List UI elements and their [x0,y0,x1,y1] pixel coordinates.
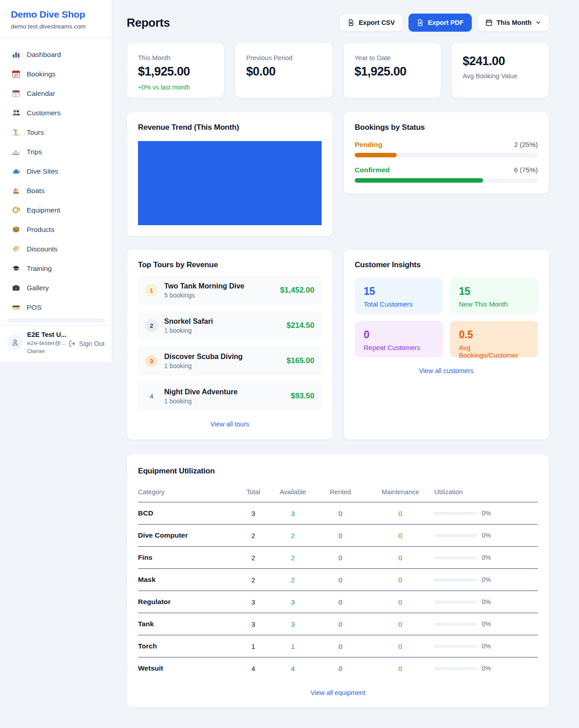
tour-revenue: $214.50 [287,321,314,330]
sidebar-item-gallery[interactable]: Gallery [5,278,106,298]
top-tours-panel: Top Tours by Revenue 1 Two Tank Morning … [127,249,333,440]
sidebar-item-label: Bookings [27,70,56,78]
stat-label: Previous Period [246,54,321,61]
sidebar-item-boats[interactable]: Boats [5,181,106,200]
status-label: Pending [355,141,382,149]
utilization-cell: 0% [434,510,538,517]
export-csv-button[interactable]: Export CSV [339,14,403,32]
camera-icon [12,284,20,292]
sidebar-item-equipment[interactable]: Equipment [5,200,106,220]
insight-value: 0.5 [459,329,529,341]
insight-label: Repeat Customers [364,344,434,351]
sidebar-item-products[interactable]: Products [5,220,106,239]
insight-label: New This Month [459,300,529,308]
sidebar-item-discounts[interactable]: Discounts [5,239,106,259]
utilization-cell: 0% [434,620,538,628]
sidebar-item-tours[interactable]: Tours [5,123,106,142]
cell-available: 4 [271,657,314,680]
sidebar: Demo Dive Shop demo.test.divestreams.com… [0,0,112,362]
main-content: Reports Export CSV Export PDF This Month… [127,0,549,708]
file-download-icon [347,19,355,26]
cell-category: Wetsuit [138,657,235,680]
revenue-trend-title: Revenue Trend (This Month) [138,123,322,132]
cell-category: Mask [138,569,235,591]
cell-category: Fins [138,547,235,569]
utilization-bar-track [434,645,477,648]
cell-available: 3 [271,613,314,635]
column-header-total: Total [235,483,271,502]
stat-card-previous-period: Previous Period $0.00 [235,43,332,98]
sidebar-item-training[interactable]: Training [5,259,106,278]
tear-off-calendar-icon [12,89,20,98]
column-header-utilization: Utilization [434,483,538,502]
sign-out-button[interactable]: Sign Out [69,340,104,347]
rank-badge: 3 [145,355,158,367]
stat-value: $1,925.00 [138,65,213,79]
tour-row: 3 Discover Scuba Diving 1 booking $165.0… [138,346,322,375]
table-row: Dive Computer22000% [138,525,538,547]
insight-value: 15 [459,285,529,298]
utilization-percent: 0% [482,665,491,672]
rank-badge: 4 [145,390,158,402]
insight-label: Avg Bookings/Customer [459,344,529,359]
utilization-percent: 0% [482,598,491,605]
cell-category: Tank [138,613,235,635]
export-pdf-button[interactable]: Export PDF [408,14,472,32]
utilization-percent: 0% [482,643,491,650]
sidebar-item-reports-partial[interactable] [6,318,105,322]
stat-value: $0.00 [246,65,321,79]
credit-card-icon [12,303,20,312]
tour-name: Night Dive Adventure [164,388,285,396]
cell-category: Regulator [138,591,235,613]
table-row: BCD33000% [138,502,538,525]
cell-category: BCD [138,502,235,525]
sidebar-item-pos[interactable]: POS [5,298,106,317]
sidebar-item-label: POS [27,303,42,312]
sign-out-label: Sign Out [79,340,104,347]
utilization-percent: 0% [482,510,491,517]
sidebar-item-dashboard[interactable]: Dashboard [5,45,106,64]
cell-total: 1 [235,635,271,657]
insight-tile-avg-bookings: 0.5 Avg Bookings/Customer [450,321,538,357]
view-all-tours-link[interactable]: View all tours [138,421,322,428]
sidebar-item-label: Trips [27,148,42,156]
bookings-by-status-panel: Bookings by Status Pending 2 (25%) Confi… [343,112,549,194]
cell-available: 2 [271,547,314,569]
avatar [7,335,23,350]
cell-rented: 0 [314,613,366,635]
sidebar-item-calendar[interactable]: Calendar [5,84,106,103]
cell-available: 3 [271,591,314,613]
tour-name: Snorkel Safari [164,317,280,326]
cell-rented: 0 [314,657,366,680]
sidebar-item-dive-sites[interactable]: Dive Sites [5,161,106,181]
sidebar-item-trips[interactable]: Trips [5,142,106,161]
table-row: Torch11000% [138,635,538,657]
insight-tile-new-this-month: 15 New This Month [450,278,538,314]
sidebar-item-bookings[interactable]: 17 Bookings [5,64,106,84]
svg-text:17: 17 [14,73,18,77]
sidebar-item-customers[interactable]: Customers [5,103,106,123]
export-csv-label: Export CSV [359,19,395,26]
charts-row: Revenue Trend (This Month) Bookings by S… [127,112,549,236]
utilization-bar-track [434,578,477,581]
table-row: Wetsuit44000% [138,657,538,680]
cell-available: 2 [271,569,314,591]
tour-row: 1 Two Tank Morning Dive 5 bookings $1,45… [138,276,322,305]
status-bar-track [355,178,538,183]
utilization-bar-track [434,623,477,626]
utilization-bar-track [434,534,477,537]
view-all-equipment-link[interactable]: View all equipment [138,689,538,696]
status-count: 6 (75%) [514,166,538,174]
cell-available: 3 [271,502,314,525]
view-all-customers-link[interactable]: View all customers [355,367,538,374]
cell-maintenance: 0 [366,547,434,569]
cell-total: 3 [235,502,271,525]
period-dropdown[interactable]: This Month [477,14,549,32]
stat-label: This Month [138,54,213,61]
cell-maintenance: 0 [366,657,434,680]
user-name: E2E Test U... [27,331,64,338]
table-row: Fins22000% [138,547,538,569]
cell-available: 2 [271,525,314,547]
sailboat-icon [12,186,20,195]
cell-total: 3 [235,591,271,613]
